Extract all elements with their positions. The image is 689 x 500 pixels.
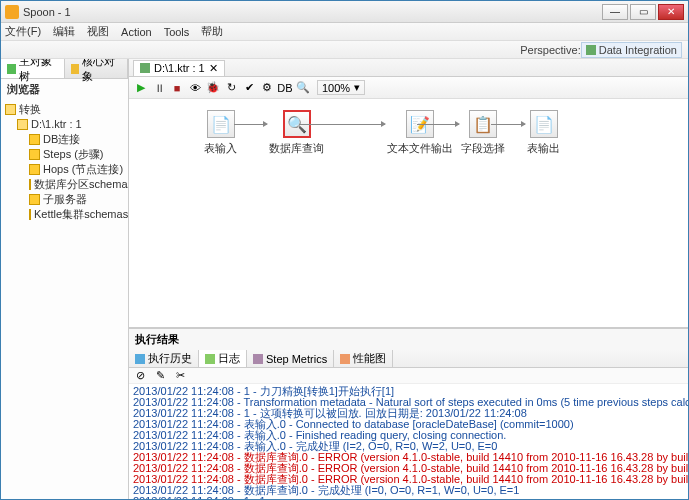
file-tabs: D:\1.ktr : 1 ✕	[129, 59, 688, 77]
object-tree: 转换 D:\1.ktr : 1 DB连接 Steps (步骤) Hops (节点…	[1, 100, 128, 224]
menu-action[interactable]: Action	[121, 26, 152, 38]
tab-performance[interactable]: 性能图	[334, 350, 393, 367]
transformation-icon	[140, 63, 150, 73]
tab-log[interactable]: 日志	[199, 350, 247, 367]
folder-icon	[29, 194, 40, 205]
hop-arrow[interactable]	[299, 124, 385, 125]
titlebar: Spoon - 1 — ▭ ✕	[1, 1, 688, 23]
step-label: 数据库查询	[269, 141, 324, 156]
main-content: 主对象树 核心对象 浏览器 转换 D:\1.ktr : 1 DB连接 Steps…	[1, 59, 688, 499]
folder-icon	[71, 64, 80, 74]
file-tab[interactable]: D:\1.ktr : 1 ✕	[133, 60, 225, 76]
hop-arrow[interactable]	[234, 124, 267, 125]
log-settings-button[interactable]: ✎	[153, 369, 167, 383]
menu-help[interactable]: 帮助	[201, 24, 223, 39]
metrics-icon	[253, 354, 263, 364]
menu-file[interactable]: 文件(F)	[5, 24, 41, 39]
folder-open-icon	[5, 104, 16, 115]
log-filter-button[interactable]: ✂	[173, 369, 187, 383]
perspective-button[interactable]: Data Integration	[581, 42, 682, 58]
menu-view[interactable]: 视图	[87, 24, 109, 39]
results-panel: 执行结果 执行历史 日志 Step Metrics 性能图 ⊘ ✎ ✂ 2013…	[129, 327, 688, 499]
canvas-toolbar: ▶ ⏸ ■ 👁 🐞 ↻ ✔ ⚙ DB 🔍 100%▾	[129, 77, 688, 99]
canvas-step[interactable]: 📋字段选择	[461, 110, 505, 156]
tree-node-steps[interactable]: Steps (步骤)	[5, 147, 124, 162]
replay-button[interactable]: ↻	[223, 80, 239, 96]
sidebar-tab-main-objects[interactable]: 主对象树	[1, 59, 65, 78]
step-label: 表输入	[204, 141, 237, 156]
results-tabs: 执行历史 日志 Step Metrics 性能图	[129, 350, 688, 368]
step-label: 文本文件输出	[387, 141, 453, 156]
sidebar-tabs: 主对象树 核心对象	[1, 59, 128, 79]
canvas-step[interactable]: 📄表输出	[527, 110, 560, 156]
stop-button[interactable]: ■	[169, 80, 185, 96]
tab-close-icon[interactable]: ✕	[209, 62, 218, 75]
verify-button[interactable]: ✔	[241, 80, 257, 96]
chart-icon	[340, 354, 350, 364]
chevron-down-icon: ▾	[354, 81, 360, 94]
close-button[interactable]: ✕	[658, 4, 684, 20]
transformation-canvas[interactable]: 📄表输入🔍数据库查询📝文本文件输出📋字段选择📄表输出	[129, 99, 688, 327]
tree-node-partitions[interactable]: 数据库分区schemas	[5, 177, 124, 192]
canvas-step[interactable]: 🔍数据库查询	[269, 110, 324, 156]
explorer-button[interactable]: 🔍	[295, 80, 311, 96]
folder-open-icon	[17, 119, 28, 130]
folder-icon	[29, 164, 40, 175]
step-icon: 📄	[207, 110, 235, 138]
sql-button[interactable]: DB	[277, 80, 293, 96]
history-icon	[135, 354, 145, 364]
folder-icon	[29, 179, 31, 190]
menu-tools[interactable]: Tools	[164, 26, 190, 38]
sidebar-tab-core-objects[interactable]: 核心对象	[65, 59, 129, 78]
preview-button[interactable]: 👁	[187, 80, 203, 96]
folder-icon	[29, 209, 31, 220]
hop-arrow[interactable]	[491, 124, 525, 125]
tree-node-file[interactable]: D:\1.ktr : 1	[5, 117, 124, 132]
maximize-button[interactable]: ▭	[630, 4, 656, 20]
tree-node-db[interactable]: DB连接	[5, 132, 124, 147]
tab-history[interactable]: 执行历史	[129, 350, 199, 367]
hop-arrow[interactable]	[417, 124, 459, 125]
app-icon	[5, 5, 19, 19]
step-icon: 📄	[530, 110, 558, 138]
step-label: 字段选择	[461, 141, 505, 156]
log-toolbar: ⊘ ✎ ✂	[129, 368, 688, 384]
menu-edit[interactable]: 编辑	[53, 24, 75, 39]
tab-step-metrics[interactable]: Step Metrics	[247, 350, 334, 367]
results-title: 执行结果	[129, 329, 688, 350]
step-label: 表输出	[527, 141, 560, 156]
sidebar: 主对象树 核心对象 浏览器 转换 D:\1.ktr : 1 DB连接 Steps…	[1, 59, 129, 499]
perspective-label: Perspective:	[520, 44, 581, 56]
log-line: 2013/01/22 11:24:08 - 1 - 1	[133, 496, 684, 499]
folder-icon	[29, 149, 40, 160]
tree-icon	[7, 64, 16, 74]
impact-button[interactable]: ⚙	[259, 80, 275, 96]
perspective-bar: Perspective: Data Integration	[1, 41, 688, 59]
minimize-button[interactable]: —	[602, 4, 628, 20]
pause-button[interactable]: ⏸	[151, 80, 167, 96]
menubar: 文件(F) 编辑 视图 Action Tools 帮助	[1, 23, 688, 41]
canvas-step[interactable]: 📝文本文件输出	[387, 110, 453, 156]
tree-node-transforms[interactable]: 转换	[5, 102, 124, 117]
folder-icon	[29, 134, 40, 145]
tree-node-slaves[interactable]: 子服务器	[5, 192, 124, 207]
tree-node-hops[interactable]: Hops (节点连接)	[5, 162, 124, 177]
log-output[interactable]: 2013/01/22 11:24:08 - 1 - 力刀精换[转换1]开始执行[…	[129, 384, 688, 499]
canvas-step[interactable]: 📄表输入	[204, 110, 237, 156]
data-integration-icon	[586, 45, 596, 55]
log-clear-button[interactable]: ⊘	[133, 369, 147, 383]
zoom-select[interactable]: 100%▾	[317, 80, 365, 95]
canvas-area: D:\1.ktr : 1 ✕ ▶ ⏸ ■ 👁 🐞 ↻ ✔ ⚙ DB 🔍 100%…	[129, 59, 688, 499]
tree-node-clusters[interactable]: Kettle集群schemas	[5, 207, 124, 222]
debug-button[interactable]: 🐞	[205, 80, 221, 96]
log-icon	[205, 354, 215, 364]
run-button[interactable]: ▶	[133, 80, 149, 96]
window-title: Spoon - 1	[23, 6, 602, 18]
browser-title: 浏览器	[1, 79, 128, 100]
